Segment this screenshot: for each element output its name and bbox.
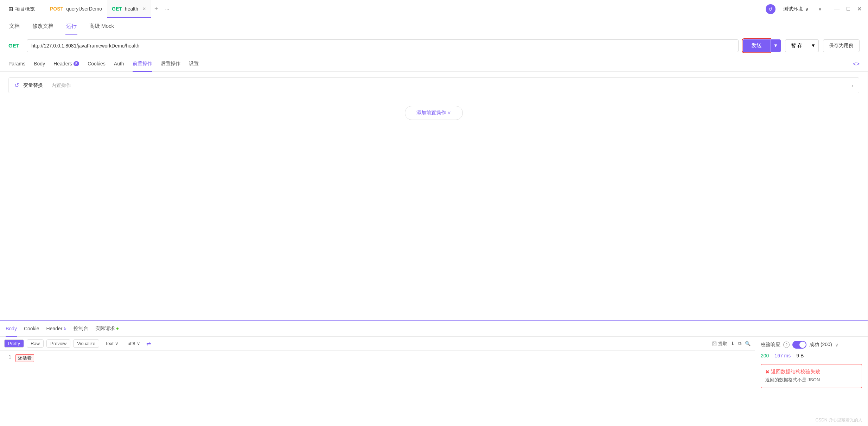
req-tab-settings[interactable]: 设置 [189, 56, 199, 72]
url-bar: GET 发送 ▼ 暂 存 ▼ 保存为用例 [0, 35, 868, 56]
tab-close-icon[interactable]: ✕ [142, 6, 146, 11]
project-overview[interactable]: ⊞ 项目概览 [4, 6, 39, 12]
subnav-mock[interactable]: 高级 Mock [89, 18, 115, 35]
add-pre-action-container: 添加前置操作 ∨ [8, 97, 859, 128]
pretty-button[interactable]: Pretty [4, 339, 24, 348]
divider [42, 5, 42, 13]
temp-save-group: 暂 存 ▼ [785, 39, 819, 52]
header-count: 5 [64, 326, 66, 331]
close-button[interactable]: ✕ [855, 5, 864, 13]
wrap-icon[interactable]: ⇌ [146, 340, 151, 347]
chevron-down-icon[interactable]: ∨ [835, 342, 838, 348]
req-tab-auth[interactable]: Auth [114, 56, 124, 72]
response-time: 167 ms [774, 353, 791, 358]
validation-error-box: ✖ 返回数据结构校验失败 返回的数据格式不是 JSON [761, 364, 862, 388]
tab-get-health[interactable]: GET health ✕ [107, 0, 151, 18]
req-tab-params[interactable]: Params [8, 56, 25, 72]
text-format-label: Text [105, 341, 114, 346]
subnav-doc[interactable]: 文档 [8, 18, 20, 35]
resp-stats: 200 167 ms 9 B [761, 353, 862, 358]
validation-status: 成功 (200) [809, 342, 832, 348]
chevron-down-icon: ∨ [115, 341, 119, 346]
line-number: 1 [4, 354, 11, 362]
temp-save-button[interactable]: 暂 存 [785, 39, 808, 52]
section-title: 变量替换 [23, 82, 43, 89]
code-icon[interactable]: <> [853, 61, 860, 67]
minimize-button[interactable]: — [832, 5, 842, 13]
add-pre-action-button[interactable]: 添加前置操作 ∨ [405, 106, 463, 120]
env-label: 测试环境 [783, 6, 803, 12]
resp-line-1: 1 还活着 [3, 354, 752, 363]
resp-tab-actual-req[interactable]: 实际请求 [95, 321, 119, 337]
response-tabs: Body Cookie Header 5 控制台 实际请求 [0, 321, 868, 337]
validation-label: 校验响应 [761, 342, 780, 348]
req-tab-cookies[interactable]: Cookies [88, 56, 106, 72]
resp-content-area: 1 还活着 [0, 351, 755, 426]
section-subtitle: 内置操作 [51, 82, 71, 89]
send-dropdown-button[interactable]: ▼ [770, 39, 781, 52]
bottom-panel: Body Cookie Header 5 控制台 实际请求 Pretty Raw [0, 320, 868, 426]
subnav-edit-doc[interactable]: 修改文档 [32, 18, 54, 35]
left-panel: ↺ 变量替换 内置操作 › 添加前置操作 ∨ Body Cookie Heade… [0, 72, 868, 426]
validation-header: 校验响应 ? 成功 (200) ∨ [761, 341, 862, 349]
resp-toolbar-right: 囧 提取 ⬇ ⧉ 🔍 [712, 341, 751, 347]
encoding-select[interactable]: utf8 ∨ [125, 339, 143, 348]
visualize-button[interactable]: Visualize [73, 339, 99, 348]
error-title: ✖ 返回数据结构校验失败 [765, 369, 857, 375]
tab-get-label: health [125, 6, 138, 12]
plus-icon: + [154, 5, 158, 13]
variable-replace-section[interactable]: ↺ 变量替换 内置操作 › [8, 77, 859, 93]
validation-toggle[interactable] [792, 341, 806, 349]
req-tab-post-action[interactable]: 后置操作 [161, 56, 180, 72]
project-overview-label: 项目概览 [15, 6, 35, 12]
req-tab-pre-action[interactable]: 前置操作 [133, 56, 152, 72]
text-format-select[interactable]: Text ∨ [102, 339, 122, 348]
grid-icon: ⊞ [8, 6, 13, 12]
tab-list: POST queryUserDemo GET health ✕ + ··· [45, 0, 766, 18]
menu-icon[interactable]: ≡ [816, 6, 823, 13]
line-content: 还活着 [15, 354, 34, 362]
response-size: 9 B [796, 353, 804, 358]
method-get-badge: GET [112, 6, 122, 12]
raw-button[interactable]: Raw [27, 339, 44, 348]
resp-tab-header[interactable]: Header 5 [46, 321, 66, 337]
maximize-button[interactable]: □ [844, 5, 852, 13]
subnav-run[interactable]: 运行 [65, 18, 77, 35]
dot-indicator [116, 328, 119, 330]
encoding-label: utf8 [128, 341, 135, 346]
more-icon: ··· [165, 6, 170, 12]
send-button[interactable]: 发送 [743, 39, 770, 52]
preview-button[interactable]: Preview [46, 339, 70, 348]
req-tab-headers[interactable]: Headers 5 [53, 56, 79, 72]
resp-tab-body[interactable]: Body [6, 321, 17, 337]
help-icon[interactable]: ? [783, 342, 790, 348]
tab-add-button[interactable]: + [151, 0, 162, 18]
resp-tab-console[interactable]: 控制台 [74, 321, 88, 337]
tab-post-query[interactable]: POST queryUserDemo [45, 0, 107, 18]
req-tabs: Params Body Headers 5 Cookies Auth 前置操作 … [0, 56, 868, 72]
tab-more-button[interactable]: ··· [162, 0, 173, 18]
method-badge: GET [8, 43, 23, 49]
tab-post-label: queryUserDemo [66, 6, 102, 12]
save-as-button[interactable]: 保存为用例 [823, 39, 860, 52]
env-selector[interactable]: 测试环境 ∨ [780, 5, 812, 14]
copy-icon[interactable]: ⧉ [738, 341, 741, 346]
chevron-down-icon: ∨ [137, 341, 140, 346]
temp-save-dropdown[interactable]: ▼ [808, 39, 819, 52]
refresh-env-icon[interactable]: ↺ [766, 4, 776, 14]
pre-action-area: ↺ 变量替换 内置操作 › 添加前置操作 ∨ [0, 72, 868, 320]
sub-nav: 文档 修改文档 运行 高级 Mock [0, 18, 868, 35]
download-icon[interactable]: ⬇ [731, 341, 735, 346]
req-tab-body[interactable]: Body [34, 56, 45, 72]
resp-tab-cookie[interactable]: Cookie [24, 321, 39, 337]
extract-button[interactable]: 囧 提取 [712, 341, 727, 347]
status-code: 200 [761, 353, 769, 358]
search-icon[interactable]: 🔍 [745, 341, 751, 346]
error-desc: 返回的数据格式不是 JSON [765, 376, 857, 383]
url-input[interactable] [27, 39, 739, 52]
left-response: Pretty Raw Preview Visualize Text ∨ utf8… [0, 337, 755, 426]
resp-toolbar: Pretty Raw Preview Visualize Text ∨ utf8… [0, 337, 755, 351]
method-post-badge: POST [50, 6, 63, 12]
send-btn-group: 发送 ▼ [743, 39, 781, 52]
error-icon: ✖ [765, 369, 770, 375]
